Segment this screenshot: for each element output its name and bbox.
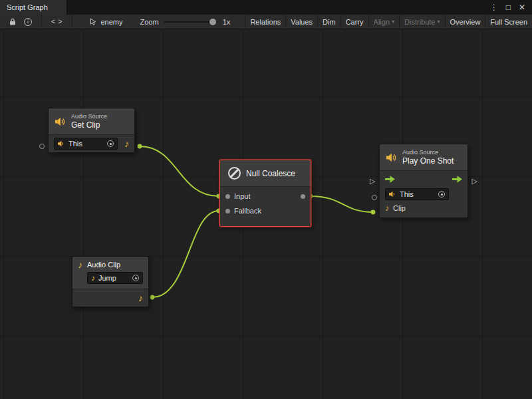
dim-button[interactable]: Dim	[317, 15, 340, 29]
node-body: This ♪	[49, 135, 134, 152]
node-header: ♪ Audio Clip ♪ Jump	[72, 257, 148, 289]
zoom-control: Zoom 1x	[140, 18, 231, 26]
graph-context: enemy	[90, 18, 122, 26]
music-note-icon: ♪	[91, 274, 95, 282]
chevron-down-icon: ▾	[438, 19, 440, 25]
info-icon: i	[24, 18, 32, 26]
toolbar-divider	[41, 15, 42, 29]
toolbar-divider	[72, 15, 72, 29]
input-port[interactable]	[225, 194, 230, 199]
zoom-label: Zoom	[140, 18, 159, 26]
node-body: Input Fallback	[220, 187, 311, 226]
maximize-icon[interactable]: □	[506, 3, 511, 11]
distribute-button[interactable]: Distribute ▾	[399, 15, 444, 29]
lock-icon	[9, 18, 16, 25]
zoom-value: 1x	[223, 18, 231, 26]
node-title: Null Coalesce	[246, 169, 295, 178]
node-title: Play One Shot	[402, 156, 454, 166]
node-header: Audio Source Get Clip	[49, 108, 134, 135]
this-dropdown[interactable]: This	[54, 138, 118, 150]
code-view-button[interactable]: < >	[47, 15, 66, 29]
port-label: Input	[234, 192, 250, 200]
music-note-icon: ♪	[138, 293, 143, 303]
overview-button[interactable]: Overview	[445, 15, 485, 29]
align-label: Align	[374, 18, 390, 26]
music-note-icon: ♪	[78, 260, 82, 269]
audio-source-icon	[58, 140, 65, 147]
script-graph-window: Script Graph ⋮ □ ✕ i < > enemy	[0, 0, 532, 399]
flow-output-port[interactable]: ▷	[472, 178, 477, 185]
flow-out-arrow-icon	[452, 176, 462, 183]
node-category: Audio Source	[71, 113, 107, 120]
lock-button[interactable]	[5, 15, 20, 29]
node-body: ♪	[72, 289, 148, 307]
this-dropdown[interactable]: This	[385, 188, 449, 200]
node-header: Null Coalesce	[220, 160, 311, 187]
node-header: Audio Source Play One Shot	[380, 144, 467, 171]
object-picker-icon[interactable]	[132, 275, 139, 281]
this-value: This	[68, 140, 82, 148]
close-icon[interactable]: ✕	[519, 3, 525, 11]
node-audio-clip[interactable]: ♪ Audio Clip ♪ Jump ♪	[72, 256, 149, 307]
tab-bar: Script Graph ⋮ □ ✕	[0, 0, 532, 15]
object-picker-icon[interactable]	[438, 191, 445, 198]
port-label: Fallback	[234, 207, 261, 215]
relations-button[interactable]: Relations	[245, 15, 285, 29]
audio-source-icon	[386, 153, 397, 162]
menu-icon[interactable]: ⋮	[490, 3, 498, 11]
distribute-label: Distribute	[404, 18, 435, 26]
port-label: Clip	[393, 204, 406, 212]
music-note-icon: ♪	[385, 204, 389, 212]
align-button[interactable]: Align ▾	[368, 15, 399, 29]
null-coalesce-icon	[228, 167, 241, 180]
flow-input-port[interactable]: ▷	[370, 178, 375, 185]
result-output-port[interactable]	[301, 194, 305, 199]
cursor-icon	[90, 18, 97, 26]
node-null-coalesce[interactable]: Null Coalesce Input Fallback	[219, 160, 311, 227]
values-button[interactable]: Values	[285, 15, 317, 29]
wire-audioclip-to-fallback[interactable]	[152, 211, 219, 297]
info-button[interactable]: i	[20, 15, 36, 29]
code-icon: < >	[51, 18, 63, 25]
audio-source-icon	[55, 117, 66, 126]
music-note-icon: ♪	[124, 139, 129, 148]
fallback-port[interactable]	[225, 209, 230, 213]
audio-clip-dropdown[interactable]: ♪ Jump	[87, 272, 143, 284]
this-input-port[interactable]	[39, 144, 45, 149]
wire-getclip-to-input[interactable]	[140, 146, 219, 196]
node-get-clip[interactable]: Audio Source Get Clip This ♪	[48, 108, 135, 153]
zoom-slider-knob[interactable]	[209, 19, 216, 25]
zoom-slider[interactable]	[164, 18, 217, 26]
node-play-one-shot[interactable]: Audio Source Play One Shot	[379, 144, 468, 218]
carry-button[interactable]: Carry	[340, 15, 368, 29]
window-controls: ⋮ □ ✕	[490, 0, 532, 15]
graph-name: enemy	[100, 18, 122, 26]
node-body: This ♪ Clip	[380, 171, 467, 217]
node-title: Audio Clip	[87, 261, 120, 269]
this-input-port[interactable]	[372, 195, 377, 200]
full-screen-button[interactable]: Full Screen	[485, 15, 532, 29]
graph-canvas[interactable]: Audio Source Get Clip This ♪	[0, 29, 532, 399]
flow-in-arrow-icon	[385, 176, 395, 183]
object-picker-icon[interactable]	[107, 140, 114, 147]
this-value: This	[400, 190, 414, 198]
tab-script-graph[interactable]: Script Graph	[0, 0, 67, 15]
graph-toolbar: i < > enemy Zoom 1x Relations Values Dim…	[0, 15, 532, 29]
chevron-down-icon: ▾	[392, 19, 394, 25]
wire-result-to-clip[interactable]	[311, 196, 373, 212]
tab-title: Script Graph	[7, 3, 48, 11]
clip-value: Jump	[98, 274, 116, 282]
audio-source-icon	[389, 191, 396, 198]
toolbar-buttons: Relations Values Dim Carry Align ▾ Distr…	[245, 15, 532, 29]
node-category: Audio Source	[402, 149, 454, 156]
node-title: Get Clip	[71, 120, 107, 130]
